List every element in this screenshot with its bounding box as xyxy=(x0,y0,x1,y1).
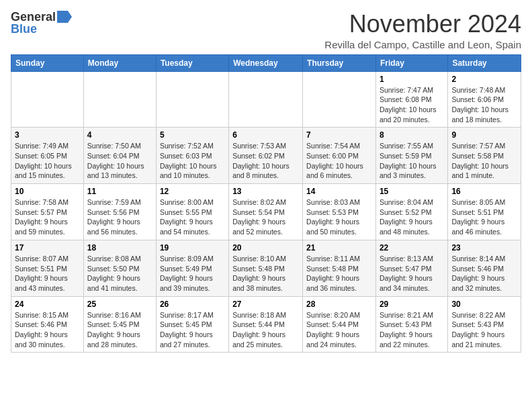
calendar-cell: 19Sunrise: 8:09 AMSunset: 5:49 PMDayligh… xyxy=(156,240,228,296)
day-number: 27 xyxy=(232,300,299,309)
day-number: 3 xyxy=(15,130,80,140)
logo-general-text: General xyxy=(11,11,56,23)
day-number: 29 xyxy=(380,300,444,309)
calendar-cell: 15Sunrise: 8:04 AMSunset: 5:52 PMDayligh… xyxy=(375,184,447,240)
logo-icon xyxy=(57,11,72,23)
calendar-cell xyxy=(11,71,84,128)
weekday-tuesday: Tuesday xyxy=(156,54,228,71)
weekday-header-row: SundayMondayTuesdayWednesdayThursdayFrid… xyxy=(11,54,521,71)
calendar-cell: 14Sunrise: 8:03 AMSunset: 5:53 PMDayligh… xyxy=(303,184,376,240)
cell-content: Sunrise: 8:04 AMSunset: 5:52 PMDaylight:… xyxy=(380,197,444,237)
calendar-cell: 3Sunrise: 7:49 AMSunset: 6:05 PMDaylight… xyxy=(11,128,84,184)
day-number: 23 xyxy=(451,243,517,253)
cell-content: Sunrise: 8:00 AMSunset: 5:55 PMDaylight:… xyxy=(160,197,225,237)
day-number: 30 xyxy=(451,300,517,309)
day-number: 10 xyxy=(15,187,80,196)
calendar-cell: 27Sunrise: 8:18 AMSunset: 5:44 PMDayligh… xyxy=(229,296,303,353)
cell-content: Sunrise: 7:50 AMSunset: 6:04 PMDaylight:… xyxy=(87,141,152,181)
day-number: 2 xyxy=(451,75,517,84)
calendar-cell xyxy=(156,71,228,128)
calendar-cell: 22Sunrise: 8:13 AMSunset: 5:47 PMDayligh… xyxy=(375,240,447,296)
calendar-cell: 17Sunrise: 8:07 AMSunset: 5:51 PMDayligh… xyxy=(11,240,84,296)
calendar-cell: 5Sunrise: 7:52 AMSunset: 6:03 PMDaylight… xyxy=(156,128,228,184)
calendar-cell: 12Sunrise: 8:00 AMSunset: 5:55 PMDayligh… xyxy=(156,184,228,240)
calendar-cell: 20Sunrise: 8:10 AMSunset: 5:48 PMDayligh… xyxy=(229,240,303,296)
calendar-cell: 23Sunrise: 8:14 AMSunset: 5:46 PMDayligh… xyxy=(448,240,521,296)
day-number: 6 xyxy=(232,130,299,140)
day-number: 20 xyxy=(232,243,299,253)
calendar-cell: 11Sunrise: 7:59 AMSunset: 5:56 PMDayligh… xyxy=(83,184,156,240)
cell-content: Sunrise: 8:13 AMSunset: 5:47 PMDaylight:… xyxy=(380,254,444,293)
calendar-cell: 29Sunrise: 8:21 AMSunset: 5:43 PMDayligh… xyxy=(375,296,447,353)
cell-content: Sunrise: 8:14 AMSunset: 5:46 PMDaylight:… xyxy=(451,254,517,293)
logo: General Blue xyxy=(11,11,72,35)
cell-content: Sunrise: 8:18 AMSunset: 5:44 PMDaylight:… xyxy=(232,310,299,350)
title-block: November 2024 Revilla del Campo, Castill… xyxy=(324,11,521,50)
calendar-body: 1Sunrise: 7:47 AMSunset: 6:08 PMDaylight… xyxy=(11,71,521,353)
week-row-4: 17Sunrise: 8:07 AMSunset: 5:51 PMDayligh… xyxy=(11,240,521,296)
cell-content: Sunrise: 7:47 AMSunset: 6:08 PMDaylight:… xyxy=(380,85,444,125)
calendar-table: SundayMondayTuesdayWednesdayThursdayFrid… xyxy=(11,54,521,353)
day-number: 8 xyxy=(380,130,444,140)
cell-content: Sunrise: 7:52 AMSunset: 6:03 PMDaylight:… xyxy=(160,141,225,181)
weekday-wednesday: Wednesday xyxy=(229,54,303,71)
calendar-cell: 8Sunrise: 7:55 AMSunset: 5:59 PMDaylight… xyxy=(375,128,447,184)
cell-content: Sunrise: 8:16 AMSunset: 5:45 PMDaylight:… xyxy=(87,310,152,350)
weekday-friday: Friday xyxy=(375,54,447,71)
weekday-saturday: Saturday xyxy=(448,54,521,71)
location-title: Revilla del Campo, Castille and Leon, Sp… xyxy=(324,39,521,50)
calendar-cell: 13Sunrise: 8:02 AMSunset: 5:54 PMDayligh… xyxy=(229,184,303,240)
cell-content: Sunrise: 7:54 AMSunset: 6:00 PMDaylight:… xyxy=(306,141,372,181)
cell-content: Sunrise: 8:21 AMSunset: 5:43 PMDaylight:… xyxy=(380,310,444,350)
cell-content: Sunrise: 7:53 AMSunset: 6:02 PMDaylight:… xyxy=(232,141,299,181)
cell-content: Sunrise: 7:55 AMSunset: 5:59 PMDaylight:… xyxy=(380,141,444,181)
calendar-cell: 10Sunrise: 7:58 AMSunset: 5:57 PMDayligh… xyxy=(11,184,84,240)
cell-content: Sunrise: 8:11 AMSunset: 5:48 PMDaylight:… xyxy=(306,254,372,293)
day-number: 12 xyxy=(160,187,225,196)
cell-content: Sunrise: 8:07 AMSunset: 5:51 PMDaylight:… xyxy=(15,254,80,293)
cell-content: Sunrise: 8:09 AMSunset: 5:49 PMDaylight:… xyxy=(160,254,225,293)
cell-content: Sunrise: 8:08 AMSunset: 5:50 PMDaylight:… xyxy=(87,254,152,293)
calendar-cell: 24Sunrise: 8:15 AMSunset: 5:46 PMDayligh… xyxy=(11,296,84,353)
weekday-thursday: Thursday xyxy=(303,54,376,71)
cell-content: Sunrise: 7:59 AMSunset: 5:56 PMDaylight:… xyxy=(87,197,152,237)
cell-content: Sunrise: 8:17 AMSunset: 5:45 PMDaylight:… xyxy=(160,310,225,350)
month-title: November 2024 xyxy=(324,11,521,38)
day-number: 21 xyxy=(306,243,372,253)
week-row-1: 1Sunrise: 7:47 AMSunset: 6:08 PMDaylight… xyxy=(11,71,521,128)
day-number: 15 xyxy=(380,187,444,196)
cell-content: Sunrise: 7:58 AMSunset: 5:57 PMDaylight:… xyxy=(15,197,80,237)
cell-content: Sunrise: 8:22 AMSunset: 5:43 PMDaylight:… xyxy=(451,310,517,350)
day-number: 28 xyxy=(306,300,372,309)
cell-content: Sunrise: 8:20 AMSunset: 5:44 PMDaylight:… xyxy=(306,310,372,350)
day-number: 25 xyxy=(87,300,152,309)
day-number: 9 xyxy=(451,130,517,140)
week-row-2: 3Sunrise: 7:49 AMSunset: 6:05 PMDaylight… xyxy=(11,128,521,184)
cell-content: Sunrise: 8:15 AMSunset: 5:46 PMDaylight:… xyxy=(15,310,80,350)
weekday-monday: Monday xyxy=(83,54,156,71)
week-row-3: 10Sunrise: 7:58 AMSunset: 5:57 PMDayligh… xyxy=(11,184,521,240)
day-number: 1 xyxy=(380,75,444,84)
day-number: 26 xyxy=(160,300,225,309)
calendar-cell xyxy=(303,71,376,128)
cell-content: Sunrise: 7:48 AMSunset: 6:06 PMDaylight:… xyxy=(451,85,517,125)
weekday-sunday: Sunday xyxy=(11,54,84,71)
page-header: General Blue November 2024 Revilla del C… xyxy=(11,11,521,50)
calendar-cell: 16Sunrise: 8:05 AMSunset: 5:51 PMDayligh… xyxy=(448,184,521,240)
week-row-5: 24Sunrise: 8:15 AMSunset: 5:46 PMDayligh… xyxy=(11,296,521,353)
logo-blue-text: Blue xyxy=(11,23,37,35)
day-number: 22 xyxy=(380,243,444,253)
svg-marker-0 xyxy=(57,11,72,23)
calendar-cell: 9Sunrise: 7:57 AMSunset: 5:58 PMDaylight… xyxy=(448,128,521,184)
day-number: 13 xyxy=(232,187,299,196)
day-number: 4 xyxy=(87,130,152,140)
calendar-cell: 4Sunrise: 7:50 AMSunset: 6:04 PMDaylight… xyxy=(83,128,156,184)
calendar-cell: 6Sunrise: 7:53 AMSunset: 6:02 PMDaylight… xyxy=(229,128,303,184)
day-number: 16 xyxy=(451,187,517,196)
calendar-cell: 25Sunrise: 8:16 AMSunset: 5:45 PMDayligh… xyxy=(83,296,156,353)
day-number: 19 xyxy=(160,243,225,253)
calendar-cell: 28Sunrise: 8:20 AMSunset: 5:44 PMDayligh… xyxy=(303,296,376,353)
calendar-cell: 2Sunrise: 7:48 AMSunset: 6:06 PMDaylight… xyxy=(448,71,521,128)
cell-content: Sunrise: 7:57 AMSunset: 5:58 PMDaylight:… xyxy=(451,141,517,181)
calendar-cell xyxy=(83,71,156,128)
